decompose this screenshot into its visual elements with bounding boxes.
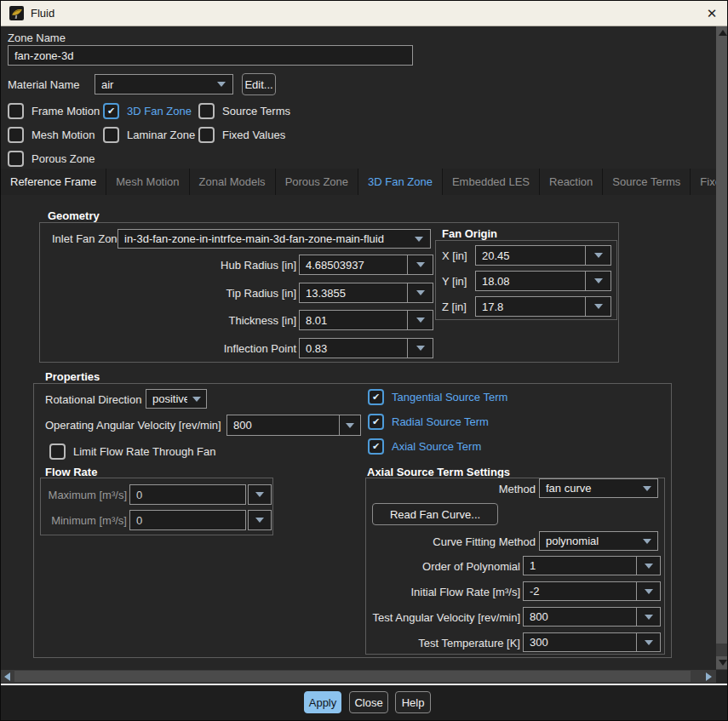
inflection-point-value: 0.83: [300, 342, 407, 355]
fan-origin-y-label: Y [in]: [442, 275, 467, 288]
radial-source-term-checkbox[interactable]: Radial Source Term: [368, 414, 489, 430]
close-button[interactable]: Close: [349, 691, 388, 713]
spin-down-button[interactable]: [636, 608, 660, 626]
chevron-down-icon: [594, 304, 603, 309]
read-fan-curve-button[interactable]: Read Fan Curve...: [372, 503, 498, 525]
spin-down-button[interactable]: [585, 297, 610, 316]
inlet-fan-zone-select[interactable]: in-3d-fan-zone-in-intrfce-main-3d-fan-zo…: [118, 229, 431, 249]
spin-down-button[interactable]: [407, 255, 433, 274]
help-button[interactable]: Help: [395, 691, 431, 713]
edit-material-button[interactable]: Edit...: [242, 73, 276, 95]
spin-down-button[interactable]: [407, 311, 433, 329]
tab-reaction[interactable]: Reaction: [540, 169, 602, 195]
triangle-up-icon: [719, 30, 727, 36]
fan-origin-x-label: X [in]: [442, 249, 467, 262]
horizontal-scrollbar-thumb[interactable]: [14, 671, 691, 682]
test-angular-velocity-input[interactable]: 800: [523, 607, 661, 627]
spin-down-button: [248, 484, 272, 505]
scroll-up-button[interactable]: [716, 26, 728, 39]
tab-3d-fan-zone[interactable]: 3D Fan Zone: [358, 169, 442, 195]
axial-source-term-checkbox[interactable]: Axial Source Term: [368, 438, 481, 455]
porous-zone-label: Porous Zone: [32, 152, 95, 165]
tab-embedded-les[interactable]: Embedded LES: [443, 169, 539, 195]
inlet-fan-zone-label: Inlet Fan Zone: [52, 232, 123, 245]
scroll-right-button[interactable]: [702, 670, 715, 683]
source-terms-checkbox[interactable]: Source Terms: [198, 103, 290, 119]
scroll-down-button[interactable]: [716, 656, 728, 669]
inflection-point-input[interactable]: 0.83: [299, 338, 433, 358]
checkbox-icon[interactable]: [198, 127, 215, 143]
method-select[interactable]: fan curve: [539, 478, 658, 498]
radial-source-term-label: Radial Source Term: [392, 415, 489, 428]
spin-down-button[interactable]: [636, 582, 660, 600]
laminar-zone-checkbox[interactable]: Laminar Zone: [103, 127, 195, 143]
checkbox-icon[interactable]: [49, 443, 66, 460]
chevron-down-icon: [645, 640, 653, 645]
operating-angular-velocity-input[interactable]: 800: [226, 415, 361, 436]
order-of-polynomial-input[interactable]: 1: [523, 556, 661, 575]
chevron-down-icon: [416, 262, 425, 267]
triangle-left-icon: [4, 672, 10, 681]
fixed-values-checkbox[interactable]: Fixed Values: [198, 127, 285, 143]
zone-name-value: fan-zone-3d: [9, 49, 412, 62]
footer-separator: [1, 684, 728, 685]
chevron-down-icon: [217, 82, 226, 87]
frame-motion-checkbox[interactable]: Frame Motion: [8, 103, 100, 119]
porous-zone-checkbox[interactable]: Porous Zone: [8, 151, 95, 167]
spin-down-button[interactable]: [407, 283, 433, 302]
triangle-right-icon: [706, 672, 712, 681]
chevron-down-icon: [255, 518, 264, 523]
checkbox-icon[interactable]: [8, 127, 24, 143]
chevron-down-icon: [415, 237, 423, 242]
limit-flow-rate-label: Limit Flow Rate Through Fan: [73, 445, 215, 458]
spin-down-button[interactable]: [636, 633, 660, 651]
fan-origin-z-input[interactable]: 17.8: [475, 296, 611, 317]
tab-source-terms[interactable]: Source Terms: [603, 169, 690, 195]
flow-rate-minimum-label: Minimum [m³/s]: [45, 514, 127, 527]
tip-radius-input[interactable]: 13.3855: [299, 283, 433, 303]
tab-zonal-models[interactable]: Zonal Models: [190, 169, 275, 195]
tip-radius-value: 13.3855: [300, 287, 407, 300]
fan-zone-3d-checkbox[interactable]: 3D Fan Zone: [103, 103, 192, 119]
checkbox-checked-icon[interactable]: [368, 414, 384, 430]
fan-origin-x-input[interactable]: 20.45: [475, 245, 611, 266]
checkbox-icon[interactable]: [8, 151, 24, 167]
checkbox-icon[interactable]: [198, 103, 215, 119]
frame-motion-label: Frame Motion: [32, 105, 100, 117]
zone-name-input[interactable]: fan-zone-3d: [8, 45, 413, 66]
checkbox-checked-icon[interactable]: [368, 389, 384, 405]
spin-down-button[interactable]: [585, 272, 610, 290]
tab-porous-zone[interactable]: Porous Zone: [276, 169, 358, 195]
spin-down-button[interactable]: [407, 339, 433, 358]
vertical-scrollbar-thumb[interactable]: [716, 39, 728, 644]
checkbox-icon[interactable]: [8, 103, 24, 119]
checkbox-icon[interactable]: [103, 127, 119, 143]
operating-angular-velocity-label: Operating Angular Velocity [rev/min]: [45, 419, 221, 432]
fan-origin-y-input[interactable]: 18.08: [475, 271, 611, 291]
test-temperature-input[interactable]: 300: [523, 632, 661, 652]
test-angular-velocity-value: 800: [524, 610, 636, 623]
hub-radius-input[interactable]: 4.68503937: [299, 255, 433, 275]
spin-down-button[interactable]: [636, 557, 660, 575]
close-icon[interactable]: ✕: [700, 1, 724, 26]
spin-down-button[interactable]: [585, 246, 610, 265]
checkbox-checked-icon[interactable]: [368, 438, 384, 455]
chevron-down-icon: [643, 486, 651, 491]
tab-mesh-motion[interactable]: Mesh Motion: [106, 169, 188, 195]
mesh-motion-checkbox[interactable]: Mesh Motion: [8, 127, 95, 143]
tangential-source-term-checkbox[interactable]: Tangential Source Term: [368, 389, 507, 405]
initial-flow-rate-input[interactable]: -2: [523, 581, 661, 601]
tab-reference-frame[interactable]: Reference Frame: [1, 169, 106, 195]
material-name-value: air: [95, 78, 210, 91]
rotational-direction-select[interactable]: positive: [146, 389, 207, 409]
apply-button[interactable]: Apply: [304, 691, 341, 713]
spin-down-button[interactable]: [339, 415, 360, 435]
curve-fitting-method-select[interactable]: polynomial: [539, 531, 658, 551]
limit-flow-rate-checkbox[interactable]: Limit Flow Rate Through Fan: [49, 443, 215, 460]
checkbox-checked-icon[interactable]: [103, 103, 119, 119]
thickness-input[interactable]: 8.01: [299, 310, 433, 330]
material-name-select[interactable]: air: [95, 74, 233, 94]
scroll-left-button[interactable]: [1, 670, 14, 683]
order-of-polynomial-label: Order of Polynomial: [375, 560, 520, 573]
chevron-down-icon: [192, 397, 201, 402]
